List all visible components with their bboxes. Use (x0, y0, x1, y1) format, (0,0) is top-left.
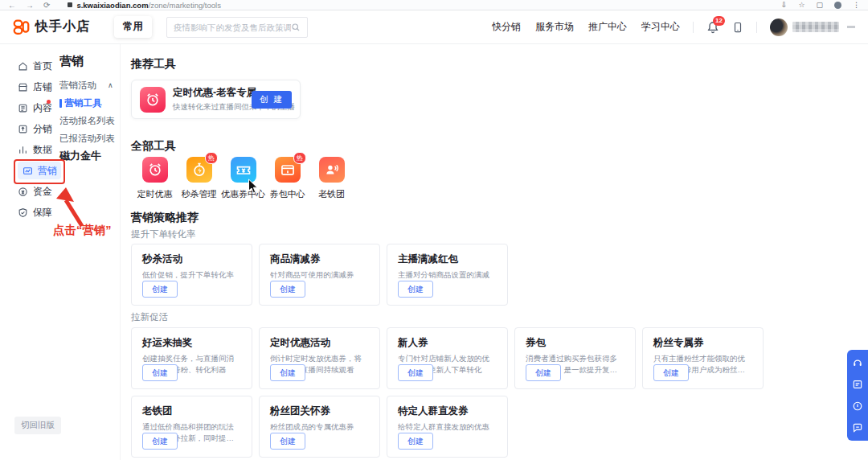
address-bar[interactable]: s.kwaixiaodian.com/zone/marketing/tools (68, 1, 221, 10)
strategy-card: 老铁团 通过低价商品和拼团的玩法尝试做站外拉新，同时提升GMV 创建 (131, 396, 252, 458)
kuaishou-logo-icon (13, 18, 30, 35)
section-heading-recommended: 推荐工具 (131, 57, 176, 72)
strategy-card-desc: 粉丝团成员的专属优惠券 (270, 421, 369, 433)
strategy-card-title: 粉丝团关怀券 (270, 405, 369, 418)
sidebar-item-label: 营销 (38, 164, 57, 178)
tool-label: 秒杀管理 (182, 188, 217, 200)
info-icon[interactable] (852, 400, 863, 412)
tool-shortcut[interactable]: 热 券包中心 (265, 157, 309, 200)
mobile-app-icon[interactable] (732, 22, 743, 33)
create-button[interactable]: 创建 (142, 433, 178, 450)
recommended-card-desc: 快速转化来过直播间但未下单的主播 (173, 102, 244, 113)
browser-forward-icon[interactable]: → (26, 1, 34, 10)
sidebar-item-icon (18, 145, 28, 155)
sidebar-item-label: 店铺 (33, 80, 52, 94)
coupon-icon (231, 157, 256, 183)
strategy-card-title: 特定人群直发券 (398, 405, 497, 418)
alarm-clock-icon (140, 87, 166, 113)
create-button[interactable]: 创建 (398, 433, 433, 450)
create-button[interactable]: 创建 (526, 364, 561, 381)
sidebar-item-icon (18, 103, 28, 113)
strategy-card: 券包 消费者通过购买券包获得多张优惠券，是一款提升复购率和GMV的营销工具 创建 (514, 327, 636, 389)
tool-label: 优惠券中心 (221, 188, 265, 200)
sidebar-item-icon (18, 82, 28, 92)
chat-icon[interactable] (852, 422, 863, 433)
browser-share-icon[interactable]: ⇩ (781, 1, 788, 9)
browser-menu-icon[interactable]: ⋮ (853, 1, 860, 9)
browser-back-icon[interactable]: ← (8, 1, 16, 10)
strategy-card-desc: 低价促销，提升下单转化率 (142, 269, 241, 281)
app-logo[interactable]: 快手小店 (13, 18, 90, 35)
browser-tabs-icon[interactable]: ▢ (816, 1, 823, 9)
divider (693, 22, 694, 33)
strategy-card: 粉丝团关怀券 粉丝团成员的专属优惠券 创建 (259, 396, 380, 458)
tool-label: 老铁团 (318, 188, 345, 200)
create-button[interactable]: 创建 (270, 433, 305, 450)
tool-label: 定时优惠 (137, 188, 173, 200)
app-title: 快手小店 (35, 18, 90, 35)
headset-icon[interactable] (852, 357, 863, 368)
search-box[interactable] (166, 17, 308, 38)
strategy-card-title: 券包 (526, 336, 624, 350)
create-button[interactable]: 创建 (398, 364, 433, 381)
create-button[interactable]: 创建 (142, 364, 178, 381)
tab-common[interactable]: 常用 (114, 16, 152, 38)
create-button[interactable]: 创建 (398, 281, 433, 298)
browser-reload-icon[interactable]: ⟳ (43, 1, 50, 10)
feedback-icon[interactable] (852, 379, 863, 390)
browser-profile-avatar[interactable] (834, 2, 841, 9)
account-name-tail (847, 26, 855, 28)
sidebar-item-label: 数据 (33, 143, 52, 157)
tool-shortcut[interactable]: 优惠券中心 (221, 157, 265, 200)
submenu-item[interactable]: 已报活动列表 (59, 129, 121, 147)
submenu-item[interactable]: 活动报名列表 (59, 112, 121, 129)
notifications-button[interactable]: 12 (706, 21, 719, 34)
strategy-card-title: 商品满减券 (270, 253, 369, 266)
account-name-blurred (792, 22, 839, 32)
sidebar-item-label: 保障 (33, 206, 52, 220)
strategy-card-title: 粉丝专属券 (653, 336, 752, 350)
create-button[interactable]: 创建 (270, 281, 305, 298)
create-button[interactable]: 创建 (142, 281, 178, 298)
sidebar-item-icon (18, 207, 28, 218)
search-input[interactable] (174, 23, 291, 32)
header-nav-link[interactable]: 快分销 (492, 20, 521, 34)
sidebar-item-label: 资金 (33, 185, 52, 199)
section-heading-all-tools: 全部工具 (131, 139, 176, 154)
search-icon[interactable] (291, 23, 301, 32)
account-menu[interactable] (770, 18, 855, 36)
divider (756, 22, 757, 33)
strategy-card: 商品满减券 针对商品可使用的满减券 创建 (259, 244, 380, 306)
header-nav-link[interactable]: 推广中心 (588, 20, 627, 34)
header-nav-link[interactable]: 学习中心 (641, 20, 680, 34)
submenu-item[interactable]: 磁力金牛 (59, 147, 121, 165)
browser-bookmark-icon[interactable]: ☆ (798, 1, 805, 9)
notification-badge: 12 (713, 16, 725, 26)
strategy-card: 特定人群直发券 给特定人群直接发放的优惠券 创建 (387, 396, 508, 458)
browser-chrome: ← → ⟳ s.kwaixiaodian.com/zone/marketing/… (0, 0, 868, 10)
create-button[interactable]: 创建 (653, 364, 689, 381)
strategy-card-title: 老铁团 (142, 405, 241, 418)
create-button[interactable]: 创建 (270, 364, 305, 381)
sidebar-item-icon (23, 166, 33, 176)
submenu-item[interactable]: 营销活动 ∧ (59, 76, 121, 94)
section-heading-strategies: 营销策略推荐 (131, 211, 199, 225)
avatar (770, 18, 788, 36)
create-button[interactable]: 创 建 (252, 91, 292, 109)
hot-badge: 热 (205, 152, 218, 164)
app-header: 快手小店 常用 快分销服务市场推广中心学习中心 12 (0, 10, 868, 44)
sidebar-item-icon (18, 61, 28, 72)
submenu-item[interactable]: 营销工具 (59, 94, 121, 112)
floating-help-bar (847, 350, 868, 441)
recommended-card-title: 定时优惠-老客专属 (173, 86, 244, 100)
recommended-tool-card[interactable]: 定时优惠-老客专属 快速转化来过直播间但未下单的主播 创 建 (131, 80, 301, 119)
tool-shortcut[interactable]: 热 秒杀管理 (177, 157, 221, 200)
chevron-up-icon: ∧ (108, 81, 113, 89)
tool-shortcut[interactable]: 定时优惠 (133, 157, 177, 200)
hot-badge: 热 (293, 152, 306, 164)
tool-shortcut[interactable]: 老铁团 (309, 157, 354, 200)
sidebar-item-icon (18, 124, 28, 134)
header-nav-link[interactable]: 服务市场 (535, 20, 574, 34)
strategy-card: 新人券 专门针对店铺新人发放的优惠券，促使新人下单转化 创建 (387, 327, 508, 389)
switch-old-version-button[interactable]: 切回旧版 (14, 417, 61, 434)
